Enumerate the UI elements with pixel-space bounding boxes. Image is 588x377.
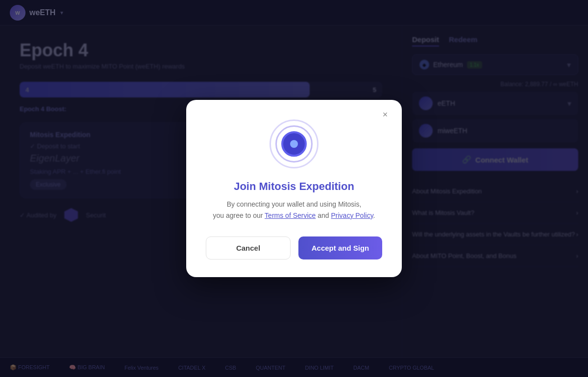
modal-icon-inner [281, 131, 307, 157]
modal-description: By connecting your wallet and using Mito… [206, 199, 382, 221]
terms-link[interactable]: Terms of Service [265, 212, 316, 219]
and-text: and [318, 212, 329, 219]
accept-and-sign-button[interactable]: Accept and Sign [298, 236, 382, 259]
modal-overlay: × Join Mitosis Expedition By connecting … [0, 0, 588, 377]
modal-title: Join Mitosis Expedition [206, 180, 382, 193]
modal-dialog: × Join Mitosis Expedition By connecting … [186, 100, 402, 277]
close-icon: × [383, 110, 388, 120]
modal-desc-line2: you agree to our [213, 212, 263, 219]
modal-desc-line1: By connecting your wallet and using Mito… [227, 200, 362, 208]
modal-icon-outer [270, 119, 318, 168]
close-button[interactable]: × [378, 108, 392, 121]
modal-icon-mid [275, 125, 313, 163]
modal-buttons: Cancel Accept and Sign [206, 236, 382, 259]
modal-icon-dot [290, 140, 298, 148]
privacy-link[interactable]: Privacy Policy [331, 212, 373, 219]
cancel-button[interactable]: Cancel [206, 236, 291, 259]
modal-icon-wrapper [206, 119, 382, 168]
